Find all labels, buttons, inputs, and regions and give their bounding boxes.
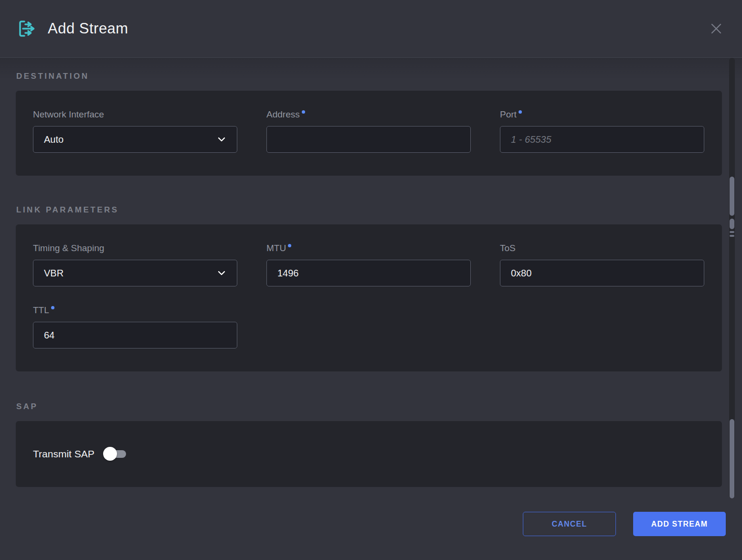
- transmit-sap-toggle[interactable]: [103, 447, 126, 461]
- timing-shaping-value: VBR: [44, 268, 64, 279]
- ttl-label: TTL: [33, 305, 237, 316]
- dialog-title: Add Stream: [48, 20, 128, 37]
- timing-shaping-select[interactable]: VBR: [33, 260, 237, 286]
- port-label: Port: [500, 109, 704, 120]
- mtu-field: MTU: [266, 243, 471, 286]
- scrollbar-thumb-mini[interactable]: [730, 219, 734, 229]
- network-interface-select[interactable]: Auto: [33, 126, 237, 153]
- scrollbar-dash: [730, 235, 734, 237]
- port-input[interactable]: [500, 126, 704, 153]
- network-interface-value: Auto: [44, 134, 64, 145]
- tos-label: ToS: [500, 243, 704, 254]
- dialog-body: DESTINATION Network Interface Auto: [0, 58, 742, 536]
- dialog-header: Add Stream: [0, 0, 742, 57]
- transmit-sap-label: Transmit SAP: [33, 448, 95, 460]
- scrollbar-thumb[interactable]: [730, 419, 734, 498]
- section-title-link-parameters: LINK PARAMETERS: [16, 176, 722, 216]
- timing-shaping-field: Timing & Shaping VBR: [33, 243, 237, 286]
- tos-input[interactable]: [500, 260, 704, 286]
- scrollbar-thumb[interactable]: [730, 177, 734, 216]
- scrollbar-track[interactable]: [729, 58, 735, 498]
- required-dot: [302, 110, 305, 114]
- cancel-button[interactable]: CANCEL: [523, 512, 616, 536]
- section-title-destination: DESTINATION: [16, 58, 722, 82]
- destination-panel: Network Interface Auto Address: [16, 91, 722, 176]
- toggle-knob: [103, 447, 117, 461]
- timing-shaping-label: Timing & Shaping: [33, 243, 237, 254]
- close-button[interactable]: [707, 19, 726, 38]
- chevron-down-icon: [217, 135, 226, 144]
- link-parameters-panel: Timing & Shaping VBR MTU: [16, 224, 722, 371]
- transmit-sap-row: Transmit SAP: [33, 447, 126, 461]
- ttl-input[interactable]: [33, 322, 237, 349]
- ttl-field: TTL: [33, 305, 237, 349]
- required-dot: [519, 110, 522, 114]
- required-dot: [288, 244, 291, 247]
- address-input[interactable]: [266, 126, 471, 153]
- network-interface-label: Network Interface: [33, 109, 237, 120]
- sap-panel: Transmit SAP: [16, 421, 722, 487]
- address-label: Address: [266, 109, 471, 120]
- section-title-sap: SAP: [16, 371, 722, 412]
- add-stream-dialog: Add Stream DESTINATION Network Interface…: [0, 0, 742, 560]
- network-interface-field: Network Interface Auto: [33, 109, 237, 153]
- chevron-down-icon: [217, 268, 226, 278]
- scrollbar-dash: [730, 231, 734, 233]
- mtu-label: MTU: [266, 243, 471, 254]
- tos-field: ToS: [500, 243, 704, 286]
- add-stream-button[interactable]: ADD STREAM: [633, 512, 726, 536]
- mtu-input[interactable]: [266, 260, 471, 286]
- close-icon: [709, 21, 723, 36]
- address-field: Address: [266, 109, 471, 153]
- required-dot: [51, 306, 54, 309]
- stream-out-icon: [16, 18, 37, 39]
- dialog-footer: CANCEL ADD STREAM: [16, 487, 726, 536]
- port-field: Port: [500, 109, 704, 153]
